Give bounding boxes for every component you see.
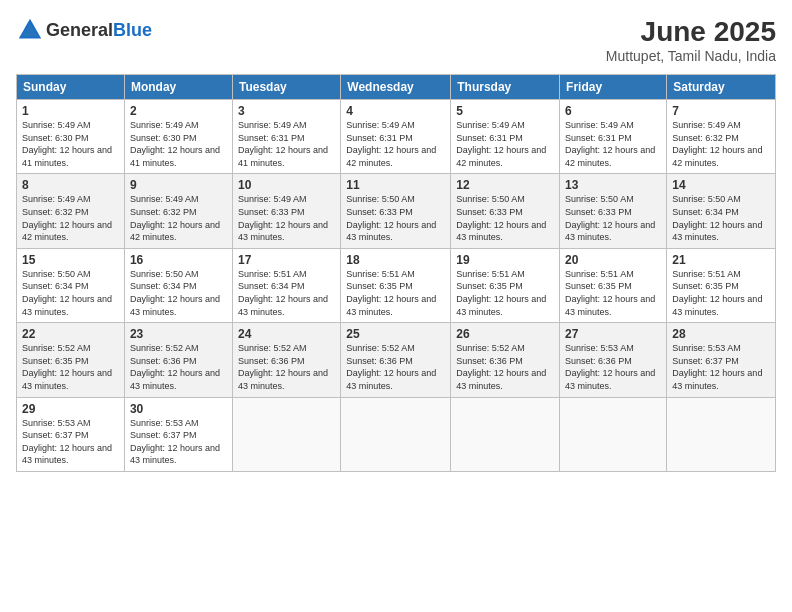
day-info: Sunrise: 5:49 AMSunset: 6:33 PMDaylight:… xyxy=(238,193,335,243)
logo-blue: Blue xyxy=(113,20,152,40)
table-row xyxy=(451,397,560,471)
day-info: Sunrise: 5:49 AMSunset: 6:32 PMDaylight:… xyxy=(130,193,227,243)
calendar-header: Sunday Monday Tuesday Wednesday Thursday… xyxy=(17,75,776,100)
day-number: 19 xyxy=(456,253,554,267)
calendar-week-1: 1Sunrise: 5:49 AMSunset: 6:30 PMDaylight… xyxy=(17,100,776,174)
day-number: 3 xyxy=(238,104,335,118)
col-friday: Friday xyxy=(560,75,667,100)
table-row: 3Sunrise: 5:49 AMSunset: 6:31 PMDaylight… xyxy=(232,100,340,174)
day-number: 20 xyxy=(565,253,661,267)
table-row: 16Sunrise: 5:50 AMSunset: 6:34 PMDayligh… xyxy=(124,248,232,322)
day-number: 27 xyxy=(565,327,661,341)
day-number: 23 xyxy=(130,327,227,341)
table-row: 27Sunrise: 5:53 AMSunset: 6:36 PMDayligh… xyxy=(560,323,667,397)
table-row: 14Sunrise: 5:50 AMSunset: 6:34 PMDayligh… xyxy=(667,174,776,248)
table-row: 2Sunrise: 5:49 AMSunset: 6:30 PMDaylight… xyxy=(124,100,232,174)
day-info: Sunrise: 5:50 AMSunset: 6:33 PMDaylight:… xyxy=(346,193,445,243)
day-number: 4 xyxy=(346,104,445,118)
day-number: 12 xyxy=(456,178,554,192)
day-number: 24 xyxy=(238,327,335,341)
day-number: 22 xyxy=(22,327,119,341)
day-number: 29 xyxy=(22,402,119,416)
day-number: 10 xyxy=(238,178,335,192)
title-block: June 2025 Muttupet, Tamil Nadu, India xyxy=(606,16,776,64)
day-info: Sunrise: 5:49 AMSunset: 6:32 PMDaylight:… xyxy=(22,193,119,243)
calendar-week-4: 22Sunrise: 5:52 AMSunset: 6:35 PMDayligh… xyxy=(17,323,776,397)
page: GeneralBlue June 2025 Muttupet, Tamil Na… xyxy=(0,0,792,612)
day-info: Sunrise: 5:50 AMSunset: 6:33 PMDaylight:… xyxy=(565,193,661,243)
day-info: Sunrise: 5:52 AMSunset: 6:36 PMDaylight:… xyxy=(456,342,554,392)
table-row: 5Sunrise: 5:49 AMSunset: 6:31 PMDaylight… xyxy=(451,100,560,174)
day-number: 13 xyxy=(565,178,661,192)
day-info: Sunrise: 5:49 AMSunset: 6:31 PMDaylight:… xyxy=(565,119,661,169)
table-row: 24Sunrise: 5:52 AMSunset: 6:36 PMDayligh… xyxy=(232,323,340,397)
day-number: 9 xyxy=(130,178,227,192)
table-row: 15Sunrise: 5:50 AMSunset: 6:34 PMDayligh… xyxy=(17,248,125,322)
day-number: 21 xyxy=(672,253,770,267)
table-row xyxy=(341,397,451,471)
table-row: 9Sunrise: 5:49 AMSunset: 6:32 PMDaylight… xyxy=(124,174,232,248)
table-row: 17Sunrise: 5:51 AMSunset: 6:34 PMDayligh… xyxy=(232,248,340,322)
table-row: 25Sunrise: 5:52 AMSunset: 6:36 PMDayligh… xyxy=(341,323,451,397)
day-info: Sunrise: 5:49 AMSunset: 6:32 PMDaylight:… xyxy=(672,119,770,169)
day-number: 26 xyxy=(456,327,554,341)
table-row: 23Sunrise: 5:52 AMSunset: 6:36 PMDayligh… xyxy=(124,323,232,397)
table-row: 26Sunrise: 5:52 AMSunset: 6:36 PMDayligh… xyxy=(451,323,560,397)
col-wednesday: Wednesday xyxy=(341,75,451,100)
day-info: Sunrise: 5:51 AMSunset: 6:34 PMDaylight:… xyxy=(238,268,335,318)
day-info: Sunrise: 5:51 AMSunset: 6:35 PMDaylight:… xyxy=(672,268,770,318)
table-row: 28Sunrise: 5:53 AMSunset: 6:37 PMDayligh… xyxy=(667,323,776,397)
table-row: 11Sunrise: 5:50 AMSunset: 6:33 PMDayligh… xyxy=(341,174,451,248)
day-info: Sunrise: 5:53 AMSunset: 6:37 PMDaylight:… xyxy=(672,342,770,392)
day-info: Sunrise: 5:50 AMSunset: 6:34 PMDaylight:… xyxy=(22,268,119,318)
day-number: 2 xyxy=(130,104,227,118)
day-number: 17 xyxy=(238,253,335,267)
day-number: 1 xyxy=(22,104,119,118)
calendar-body: 1Sunrise: 5:49 AMSunset: 6:30 PMDaylight… xyxy=(17,100,776,472)
table-row: 13Sunrise: 5:50 AMSunset: 6:33 PMDayligh… xyxy=(560,174,667,248)
table-row: 4Sunrise: 5:49 AMSunset: 6:31 PMDaylight… xyxy=(341,100,451,174)
day-number: 6 xyxy=(565,104,661,118)
day-info: Sunrise: 5:53 AMSunset: 6:37 PMDaylight:… xyxy=(22,417,119,467)
logo-general: General xyxy=(46,20,113,40)
day-info: Sunrise: 5:49 AMSunset: 6:30 PMDaylight:… xyxy=(22,119,119,169)
day-info: Sunrise: 5:51 AMSunset: 6:35 PMDaylight:… xyxy=(346,268,445,318)
day-info: Sunrise: 5:49 AMSunset: 6:31 PMDaylight:… xyxy=(238,119,335,169)
day-info: Sunrise: 5:49 AMSunset: 6:31 PMDaylight:… xyxy=(456,119,554,169)
calendar-week-3: 15Sunrise: 5:50 AMSunset: 6:34 PMDayligh… xyxy=(17,248,776,322)
table-row: 18Sunrise: 5:51 AMSunset: 6:35 PMDayligh… xyxy=(341,248,451,322)
calendar-week-5: 29Sunrise: 5:53 AMSunset: 6:37 PMDayligh… xyxy=(17,397,776,471)
header: GeneralBlue June 2025 Muttupet, Tamil Na… xyxy=(16,16,776,64)
table-row: 20Sunrise: 5:51 AMSunset: 6:35 PMDayligh… xyxy=(560,248,667,322)
table-row: 21Sunrise: 5:51 AMSunset: 6:35 PMDayligh… xyxy=(667,248,776,322)
month-title: June 2025 xyxy=(606,16,776,48)
day-info: Sunrise: 5:50 AMSunset: 6:34 PMDaylight:… xyxy=(672,193,770,243)
day-info: Sunrise: 5:50 AMSunset: 6:33 PMDaylight:… xyxy=(456,193,554,243)
day-info: Sunrise: 5:49 AMSunset: 6:30 PMDaylight:… xyxy=(130,119,227,169)
calendar-week-2: 8Sunrise: 5:49 AMSunset: 6:32 PMDaylight… xyxy=(17,174,776,248)
day-info: Sunrise: 5:52 AMSunset: 6:36 PMDaylight:… xyxy=(346,342,445,392)
table-row: 1Sunrise: 5:49 AMSunset: 6:30 PMDaylight… xyxy=(17,100,125,174)
table-row: 6Sunrise: 5:49 AMSunset: 6:31 PMDaylight… xyxy=(560,100,667,174)
logo-icon xyxy=(16,16,44,44)
day-number: 7 xyxy=(672,104,770,118)
day-number: 14 xyxy=(672,178,770,192)
col-saturday: Saturday xyxy=(667,75,776,100)
day-info: Sunrise: 5:49 AMSunset: 6:31 PMDaylight:… xyxy=(346,119,445,169)
day-number: 11 xyxy=(346,178,445,192)
day-number: 30 xyxy=(130,402,227,416)
day-info: Sunrise: 5:53 AMSunset: 6:37 PMDaylight:… xyxy=(130,417,227,467)
table-row: 8Sunrise: 5:49 AMSunset: 6:32 PMDaylight… xyxy=(17,174,125,248)
table-row xyxy=(232,397,340,471)
table-row: 22Sunrise: 5:52 AMSunset: 6:35 PMDayligh… xyxy=(17,323,125,397)
day-info: Sunrise: 5:52 AMSunset: 6:36 PMDaylight:… xyxy=(130,342,227,392)
logo: GeneralBlue xyxy=(16,16,152,44)
day-number: 16 xyxy=(130,253,227,267)
logo-text: GeneralBlue xyxy=(46,20,152,41)
day-info: Sunrise: 5:50 AMSunset: 6:34 PMDaylight:… xyxy=(130,268,227,318)
col-thursday: Thursday xyxy=(451,75,560,100)
col-monday: Monday xyxy=(124,75,232,100)
table-row: 30Sunrise: 5:53 AMSunset: 6:37 PMDayligh… xyxy=(124,397,232,471)
day-info: Sunrise: 5:52 AMSunset: 6:35 PMDaylight:… xyxy=(22,342,119,392)
day-number: 5 xyxy=(456,104,554,118)
